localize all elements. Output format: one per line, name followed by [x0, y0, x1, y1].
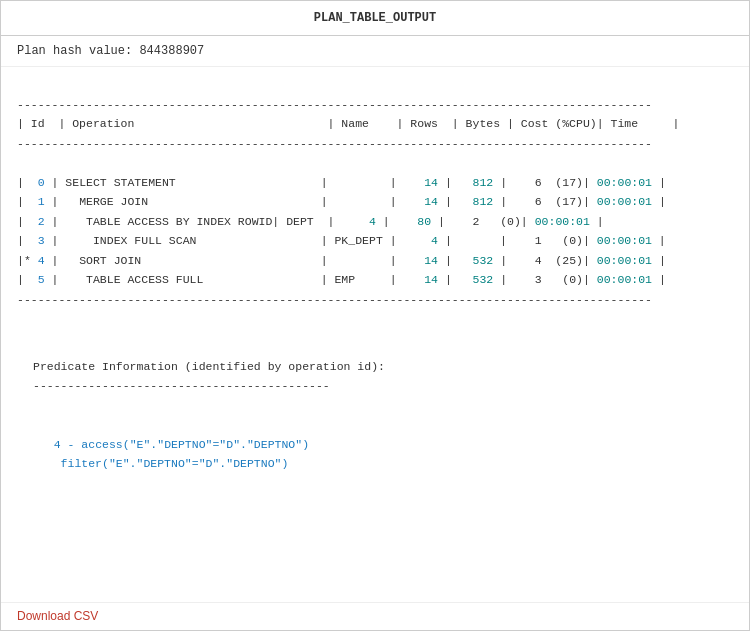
row-5: | 5 | TABLE ACCESS FULL | EMP | 14 | 532… — [17, 273, 666, 286]
content-area: ----------------------------------------… — [1, 67, 749, 602]
row-2: | 2 | TABLE ACCESS BY INDEX ROWID| DEPT … — [17, 215, 604, 228]
header-row: | Id | Operation | Name | Rows | Bytes |… — [17, 117, 680, 130]
predicate-blank — [33, 418, 40, 431]
table-title: PLAN_TABLE_OUTPUT — [1, 1, 749, 36]
row-1: | 1 | MERGE JOIN | | 14 | 812 | 6 (17)| … — [17, 195, 666, 208]
plan-output: ----------------------------------------… — [17, 75, 733, 329]
download-bar: Download CSV — [1, 602, 749, 630]
plan-hash-row: Plan hash value: 844388907 — [1, 36, 749, 67]
separator-top: ----------------------------------------… — [17, 98, 652, 111]
separator-bottom: ----------------------------------------… — [17, 293, 652, 306]
predicate-filter: filter("E"."DEPTNO"="D"."DEPTNO") — [33, 457, 288, 470]
separator-mid: ----------------------------------------… — [17, 137, 652, 150]
predicate-label: Predicate Information (identified by ope… — [33, 360, 385, 373]
row-0: | 0 | SELECT STATEMENT | | 14 | 812 | 6 … — [17, 176, 666, 189]
row-3: | 3 | INDEX FULL SCAN | PK_DEPT | 4 | | … — [17, 234, 666, 247]
main-container: PLAN_TABLE_OUTPUT Plan hash value: 84438… — [0, 0, 750, 631]
row-4: |* 4 | SORT JOIN | | 14 | 532 | 4 (25)| … — [17, 254, 666, 267]
download-csv-link[interactable]: Download CSV — [17, 609, 98, 623]
predicate-access: 4 - access("E"."DEPTNO"="D"."DEPTNO") — [33, 438, 309, 451]
predicate-separator: ----------------------------------------… — [33, 379, 330, 392]
predicate-section: Predicate Information (identified by ope… — [17, 329, 733, 501]
